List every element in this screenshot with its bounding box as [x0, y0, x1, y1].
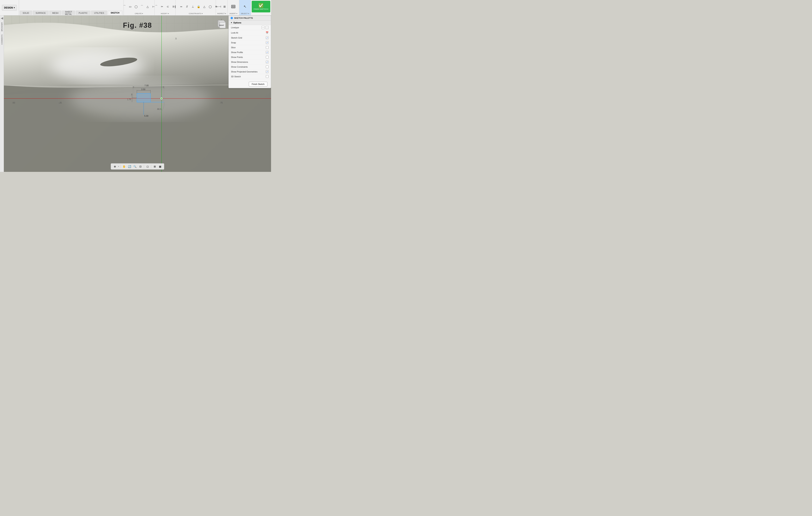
sketch-grid-row[interactable]: Sketch Grid: [229, 35, 271, 40]
show-projected-geometries-checkbox[interactable]: [266, 70, 268, 73]
tab-solid[interactable]: SOLID: [20, 11, 32, 15]
measure-icon[interactable]: ⊢⊣: [216, 4, 222, 9]
show-constraints-row[interactable]: Show Constraints: [229, 64, 271, 70]
options-arrow-icon: ▼: [231, 22, 232, 24]
toolbar-insert-section: INSERT ▾: [228, 0, 239, 15]
linetype-dashed-icon[interactable]: ⬚: [265, 26, 268, 29]
show-dimensions-checkbox[interactable]: [266, 61, 268, 63]
tab-plastic[interactable]: PLASTIC: [76, 11, 90, 15]
sketch-grid-checkbox[interactable]: [266, 36, 268, 39]
toolbar-inspect-section: ⊢⊣ ⊞ INSPECT ▾: [216, 0, 228, 15]
3d-sketch-checkbox[interactable]: [266, 75, 268, 78]
show-dimensions-row[interactable]: Show Dimensions: [229, 60, 271, 64]
tab-sketch[interactable]: SKETCH: [108, 11, 122, 15]
main-area: ◀ BROWSER COMMENTS Fig. #38: [0, 16, 271, 172]
finish-sketch-toolbar-button[interactable]: ✅ FINISH SKETCH ▾: [252, 1, 270, 12]
palette-header: SKETCH PALETTE: [229, 16, 271, 21]
triangle-tool-icon[interactable]: △: [145, 4, 150, 9]
show-constraints-label: Show Constraints: [231, 66, 266, 68]
snap-checkbox[interactable]: [266, 41, 268, 44]
svg-marker-25: [163, 86, 164, 88]
line-tool-icon[interactable]: ⌒: [122, 4, 127, 9]
perpendicular-icon[interactable]: ⊥: [190, 4, 196, 9]
show-points-label: Show Points: [231, 56, 266, 58]
options-section-header[interactable]: ▼ Options: [229, 21, 271, 25]
pan-icon[interactable]: ✋: [122, 164, 126, 169]
parallel-icon[interactable]: //: [184, 4, 190, 9]
toolbar: DESIGN ▾ SOLID SURFACE MESH SHEET METAL …: [0, 0, 271, 16]
tab-surface[interactable]: SURFACE: [33, 11, 49, 15]
show-constraints-checkbox[interactable]: [266, 65, 268, 68]
inspect-label[interactable]: INSPECT ▾: [217, 12, 226, 15]
snap-row[interactable]: Snap: [229, 40, 271, 45]
insert-image-icon[interactable]: [230, 3, 236, 10]
design-label: DESIGN: [4, 6, 13, 9]
select-icon[interactable]: ↖: [242, 4, 248, 9]
show-points-row[interactable]: Show Points: [229, 55, 271, 60]
slice-checkbox[interactable]: [266, 46, 268, 49]
toolbar-create-section: ⌒ ▭ ◯ ⌒ △ ⊢ CREATE ▾: [124, 0, 154, 15]
sketch-palette: SKETCH PALETTE ▼ Options Linetype — ⬚ Lo…: [229, 16, 271, 88]
tab-mesh[interactable]: MESH: [49, 11, 61, 15]
show-profile-row[interactable]: Show Profile: [229, 50, 271, 55]
comments-label[interactable]: COMMENTS: [1, 33, 3, 46]
viewport-canvas[interactable]: Fig. #38: [4, 16, 271, 172]
trim-icon[interactable]: ✂: [160, 4, 165, 9]
tab-sheet-metal[interactable]: SHEET METAL: [62, 11, 75, 15]
design-button[interactable]: DESIGN ▾: [2, 5, 17, 11]
svg-rect-6: [137, 93, 150, 102]
slice-label: Slice: [231, 46, 266, 49]
show-projected-geometries-label: Show Projected Geometries: [231, 71, 266, 73]
circle-tool-icon[interactable]: ◯: [134, 4, 139, 9]
show-projected-geometries-row[interactable]: Show Projected Geometries: [229, 70, 271, 74]
inspect-icon[interactable]: ⊞: [222, 4, 227, 9]
constraints-label[interactable]: CONSTRAINTS ▾: [189, 12, 203, 15]
svg-text:80.5: 80.5: [157, 108, 161, 110]
toolbar-select-section: ↖ SELECT ▾: [239, 0, 251, 15]
3d-sketch-row[interactable]: 3D Sketch: [229, 74, 271, 79]
panel-toggle-icon[interactable]: ◀: [0, 16, 4, 21]
offset-icon[interactable]: ⊂: [165, 4, 171, 9]
svg-point-1: [232, 6, 233, 6]
browser-label[interactable]: BROWSER: [1, 21, 3, 33]
zoom-icon[interactable]: 🔍: [133, 164, 137, 169]
svg-rect-0: [231, 5, 235, 8]
show-points-checkbox[interactable]: [266, 56, 268, 58]
tab-utilities[interactable]: UTILITIES: [91, 11, 107, 15]
svg-text:7.00: 7.00: [144, 84, 148, 87]
display-mode-icon[interactable]: ◻: [145, 164, 150, 169]
arc-tool-icon[interactable]: ⌒: [139, 4, 145, 9]
look-at-row: Look At 📅: [229, 30, 271, 35]
navigate-icon[interactable]: ⊕: [113, 164, 117, 169]
toolbar-constraints-section: ‖ ═ // ⊥ 🔒 △ ◯ ✕ CONSTRAINTS ▾: [176, 0, 216, 15]
collinear-icon[interactable]: ═: [178, 4, 184, 9]
coincident-icon[interactable]: ‖: [173, 4, 178, 9]
lock-icon[interactable]: 🔒: [196, 4, 201, 9]
equal-icon[interactable]: △: [202, 4, 207, 9]
finish-sketch-check-icon: ✅: [258, 3, 263, 8]
browser-panel[interactable]: ◀ BROWSER COMMENTS: [0, 16, 4, 172]
fillet-icon[interactable]: ⌒: [153, 4, 159, 9]
svg-text:1.78: 1.78: [127, 99, 131, 101]
grid-icon[interactable]: ⊞: [152, 164, 157, 169]
linetype-solid-icon[interactable]: —: [262, 26, 265, 29]
finish-sketch-tb-label: FINISH SKETCH ▾: [254, 8, 268, 10]
show-profile-checkbox[interactable]: [266, 51, 268, 54]
insert-label[interactable]: INSERT ▾: [229, 12, 237, 15]
bottom-toolbar: ⊕ ▾ ✋ 🔄 🔍 ⊡ ◻ ⊞ ▦: [111, 163, 164, 169]
look-at-calendar-icon[interactable]: 📅: [265, 31, 268, 34]
create-label[interactable]: CREATE ▾: [135, 12, 143, 15]
palette-finish-sketch-button[interactable]: Finish Sketch: [249, 82, 267, 86]
orbit-icon[interactable]: 🔄: [127, 164, 132, 169]
show-dimensions-label: Show Dimensions: [231, 61, 266, 63]
select-label[interactable]: SELECT ▾: [241, 12, 249, 15]
show-profile-label: Show Profile: [231, 51, 266, 53]
sketch-grid-label: Sketch Grid: [231, 37, 266, 39]
modify-label[interactable]: MODIFY ▾: [161, 12, 169, 15]
fit-icon[interactable]: ⊡: [138, 164, 143, 169]
slice-row[interactable]: Slice: [229, 45, 271, 50]
tangent-icon[interactable]: ◯: [207, 4, 213, 9]
rectangle-tool-icon[interactable]: ▭: [127, 4, 133, 9]
svg-text:5.00: 5.00: [144, 115, 148, 117]
layout-icon[interactable]: ▦: [158, 164, 163, 169]
